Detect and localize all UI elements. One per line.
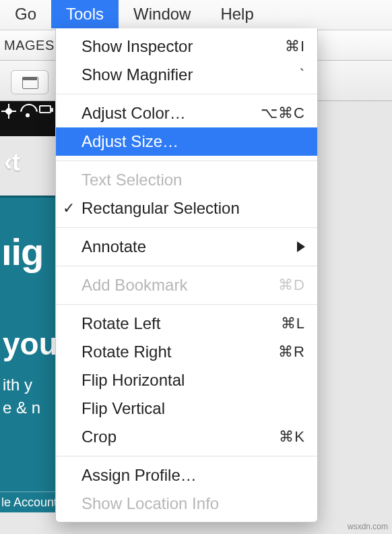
menu-item-label: Show Magnifier xyxy=(81,65,251,84)
menu-separator xyxy=(56,266,317,266)
background-heading-1: ıig xyxy=(1,230,43,274)
toolbar-sidebar-button[interactable] xyxy=(11,70,48,94)
menu-item-label: Text Selection xyxy=(81,171,305,189)
background-line-1: ith y xyxy=(3,376,32,394)
menu-item-label: Crop xyxy=(81,427,251,446)
menu-item-shortcut: ⌘R xyxy=(251,343,305,361)
menu-help-label: Help xyxy=(220,5,253,24)
menu-item-show-magnifier[interactable]: Show Magnifier ` xyxy=(56,61,317,89)
menu-window[interactable]: Window xyxy=(119,0,205,28)
battery-icon xyxy=(39,105,51,113)
menu-separator xyxy=(56,227,317,228)
menu-item-label: Flip Horizontal xyxy=(81,371,305,390)
menu-separator xyxy=(56,94,317,94)
menu-separator xyxy=(56,160,317,161)
watermark: wsxdn.com xyxy=(348,522,388,531)
menu-item-flip-vertical[interactable]: Flip Vertical xyxy=(56,394,317,423)
brightness-icon xyxy=(1,104,16,119)
menu-item-shortcut: ⌘I xyxy=(251,38,305,55)
menu-item-label: Rotate Left xyxy=(81,314,251,333)
menu-item-text-selection: Text Selection xyxy=(56,166,317,194)
background-dark-strip xyxy=(0,101,57,136)
menu-go-label: Go xyxy=(15,5,36,24)
menu-item-rotate-left[interactable]: Rotate Left ⌘L xyxy=(56,309,317,338)
menu-item-label: Annotate xyxy=(81,237,305,256)
menu-item-add-bookmark: Add Bookmark ⌘D xyxy=(56,271,317,299)
menu-item-label: Rectangular Selection xyxy=(81,199,305,218)
menu-item-show-inspector[interactable]: Show Inspector ⌘I xyxy=(56,32,317,61)
menu-item-shortcut: ⌘K xyxy=(251,428,305,446)
menu-separator xyxy=(56,304,317,305)
menu-separator xyxy=(56,456,317,456)
menu-item-label: Show Inspector xyxy=(81,37,251,56)
menu-go[interactable]: Go xyxy=(0,0,51,28)
menu-tools-label: Tools xyxy=(66,5,104,24)
wifi-icon xyxy=(20,104,35,119)
menu-item-flip-horizontal[interactable]: Flip Horizontal xyxy=(56,366,317,394)
background-teal-panel: ıig you ith y e & n le Account to use xyxy=(0,196,57,512)
menu-item-adjust-color[interactable]: Adjust Color… ⌥⌘C xyxy=(56,99,317,127)
menu-item-label: Assign Profile… xyxy=(81,466,305,485)
menu-item-shortcut: ⌘L xyxy=(251,315,305,332)
menu-item-adjust-size[interactable]: Adjust Size… xyxy=(56,127,317,156)
tools-menu-dropdown: Show Inspector ⌘I Show Magnifier ` Adjus… xyxy=(55,28,318,523)
menu-item-rectangular-selection[interactable]: ✓ Rectangular Selection xyxy=(56,194,317,222)
menu-window-label: Window xyxy=(133,5,191,24)
menu-item-crop[interactable]: Crop ⌘K xyxy=(56,423,317,451)
menu-item-shortcut: ⌘D xyxy=(251,276,305,294)
submenu-arrow-icon xyxy=(297,241,305,252)
menu-item-show-location-info: Show Location Info xyxy=(56,489,317,518)
menu-item-label: Add Bookmark xyxy=(81,276,251,295)
menu-item-label: Adjust Color… xyxy=(81,104,251,123)
menu-item-assign-profile[interactable]: Assign Profile… xyxy=(56,461,317,489)
menu-item-rotate-right[interactable]: Rotate Right ⌘R xyxy=(56,338,317,366)
menu-tools[interactable]: Tools xyxy=(51,0,119,28)
menu-item-annotate[interactable]: Annotate xyxy=(56,233,317,261)
menu-item-label: Adjust Size… xyxy=(81,132,251,151)
tab-title: MAGES xyxy=(4,38,55,53)
background-divider xyxy=(0,492,57,492)
background-line-2: e & n xyxy=(3,398,40,417)
checkmark-icon: ✓ xyxy=(63,200,75,217)
background-text-fragment: ‹t xyxy=(4,148,20,177)
menu-item-shortcut: ` xyxy=(251,66,305,84)
menubar: Go Tools Window Help xyxy=(0,0,392,28)
background-heading-2: you xyxy=(3,326,58,362)
menu-item-shortcut: ⌥⌘C xyxy=(251,105,305,122)
menu-help[interactable]: Help xyxy=(205,0,268,28)
menu-item-label: Rotate Right xyxy=(81,343,251,361)
menu-item-label: Flip Vertical xyxy=(81,399,305,418)
menu-item-label: Show Location Info xyxy=(81,494,305,513)
